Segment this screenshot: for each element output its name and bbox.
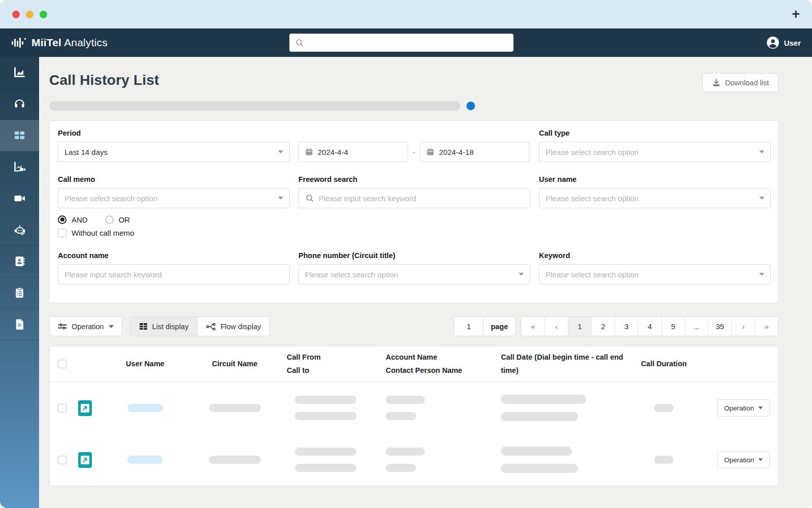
pagination-page-3[interactable]: 3 xyxy=(615,317,638,336)
call-date-skeleton xyxy=(501,395,586,404)
user-avatar-icon xyxy=(766,36,780,49)
sidebar-item-call-history-list[interactable] xyxy=(0,120,39,151)
sidebar-item-analytics[interactable] xyxy=(0,57,39,88)
call-to-skeleton xyxy=(295,464,356,472)
browser-window: + MiiTelAnalytics xyxy=(0,0,812,508)
call-to-skeleton xyxy=(295,412,356,420)
brand-name-secondary: Analytics xyxy=(64,37,108,48)
pagination-last-button[interactable]: » xyxy=(755,317,778,336)
operation-dropdown-button[interactable]: Operation xyxy=(49,316,122,336)
close-window-button[interactable] xyxy=(12,11,20,18)
page-jump-control: page xyxy=(454,316,516,336)
keyword-select[interactable]: Please select search option xyxy=(539,264,771,284)
pagination-first-button[interactable]: « xyxy=(521,317,545,336)
user-name-select[interactable]: Please select search option xyxy=(539,188,771,208)
maximize-window-button[interactable] xyxy=(40,11,47,18)
download-list-button[interactable]: Download list xyxy=(702,73,779,92)
sidebar-item-reports[interactable] xyxy=(0,309,39,340)
date-to-input[interactable]: 2024-4-18 xyxy=(420,142,529,162)
global-search-box[interactable] xyxy=(289,34,514,52)
global-search-input[interactable] xyxy=(308,39,508,47)
search-icon xyxy=(305,194,314,203)
sidebar-item-video-meetings[interactable] xyxy=(0,183,39,214)
sidebar-item-tasks[interactable] xyxy=(0,277,39,309)
sidebar-item-calls[interactable] xyxy=(0,88,39,120)
external-link-icon xyxy=(81,456,89,464)
chart-video-icon xyxy=(13,160,26,174)
external-link-icon xyxy=(81,404,89,412)
open-call-detail-button[interactable] xyxy=(78,400,92,416)
phone-number-select[interactable]: Please select search option xyxy=(298,264,530,284)
period-select[interactable]: Last 14 days xyxy=(58,142,290,162)
pagination-prev-button[interactable]: ‹ xyxy=(545,317,568,336)
freeword-search-field[interactable] xyxy=(298,188,530,208)
video-camera-icon xyxy=(13,192,26,205)
call-type-select[interactable]: Please select search option xyxy=(539,142,771,162)
sidebar-item-ai-assistant[interactable] xyxy=(0,214,39,246)
main-content: Call History List Download list xyxy=(39,57,812,508)
new-tab-button[interactable]: + xyxy=(792,8,800,21)
row-operation-button[interactable]: Operation xyxy=(717,451,770,468)
call-memo-placeholder: Please select search option xyxy=(64,194,274,203)
account-name-field[interactable] xyxy=(58,264,290,284)
row-checkbox[interactable] xyxy=(58,404,66,412)
row-checkbox[interactable] xyxy=(58,456,66,464)
chevron-down-icon xyxy=(759,150,764,153)
circuit-name-skeleton xyxy=(209,456,261,464)
open-call-detail-button[interactable] xyxy=(78,452,92,468)
table-icon xyxy=(139,323,148,330)
date-to-value: 2024-4-18 xyxy=(439,148,523,156)
call-date-skeleton xyxy=(501,447,572,456)
chevron-down-icon xyxy=(758,458,763,461)
call-memo-select[interactable]: Please select search option xyxy=(58,188,290,208)
select-all-checkbox[interactable] xyxy=(58,360,66,368)
pagination-ellipsis[interactable]: ... xyxy=(685,317,708,336)
brand-logo[interactable]: MiiTelAnalytics xyxy=(11,36,108,49)
chevron-down-icon xyxy=(278,150,283,153)
account-name-input[interactable] xyxy=(64,270,283,279)
area-chart-icon xyxy=(13,66,26,79)
brand-name-primary: MiiTel xyxy=(31,37,61,48)
headphones-icon xyxy=(13,97,26,111)
circuit-name-skeleton xyxy=(209,404,261,412)
pagination-page-1[interactable]: 1 xyxy=(568,317,591,336)
sidebar-item-contacts[interactable] xyxy=(0,246,39,277)
list-toolbar: Operation List display xyxy=(49,316,779,336)
filter-panel: Period Last 14 days xyxy=(49,120,779,303)
and-radio[interactable] xyxy=(58,215,66,224)
freeword-search-label: Freeword search xyxy=(298,175,530,183)
contact-person-skeleton xyxy=(386,412,416,420)
or-radio[interactable] xyxy=(105,215,114,224)
download-list-label: Download list xyxy=(725,79,769,87)
call-from-skeleton xyxy=(295,396,356,404)
download-icon xyxy=(712,78,721,87)
flow-display-tab[interactable]: Flow display xyxy=(197,317,269,336)
sidebar-item-video-analytics[interactable] xyxy=(0,151,39,183)
user-menu[interactable]: User xyxy=(766,36,801,49)
robot-icon xyxy=(13,223,27,237)
call-history-table: User Name Circuit Name Call From Call to… xyxy=(49,346,779,486)
page-number-input[interactable] xyxy=(454,317,483,336)
row-operation-button[interactable]: Operation xyxy=(717,399,770,417)
user-menu-label: User xyxy=(784,39,801,47)
header-user-name: User Name xyxy=(108,358,183,370)
call-type-label: Call type xyxy=(539,129,771,137)
row-operation-label: Operation xyxy=(724,404,754,412)
pagination-page-35[interactable]: 35 xyxy=(708,317,731,336)
pagination-next-button[interactable]: › xyxy=(731,317,755,336)
minimize-window-button[interactable] xyxy=(26,11,33,18)
operation-dropdown-label: Operation xyxy=(72,323,104,331)
pagination-page-4[interactable]: 4 xyxy=(638,317,661,336)
period-value: Last 14 days xyxy=(64,148,274,156)
waveform-logo-icon xyxy=(11,36,26,49)
list-display-label: List display xyxy=(152,323,189,331)
freeword-search-input[interactable] xyxy=(319,194,524,203)
pagination: « ‹ 1 2 3 4 5 ... 35 › » xyxy=(521,316,779,336)
pagination-page-2[interactable]: 2 xyxy=(591,317,615,336)
pagination-page-5[interactable]: 5 xyxy=(661,317,685,336)
user-name-label: User name xyxy=(539,175,771,183)
date-from-input[interactable]: 2024-4-4 xyxy=(298,142,408,162)
list-display-tab[interactable]: List display xyxy=(130,317,197,336)
row-operation-label: Operation xyxy=(724,456,754,464)
without-call-memo-checkbox[interactable] xyxy=(58,229,66,237)
